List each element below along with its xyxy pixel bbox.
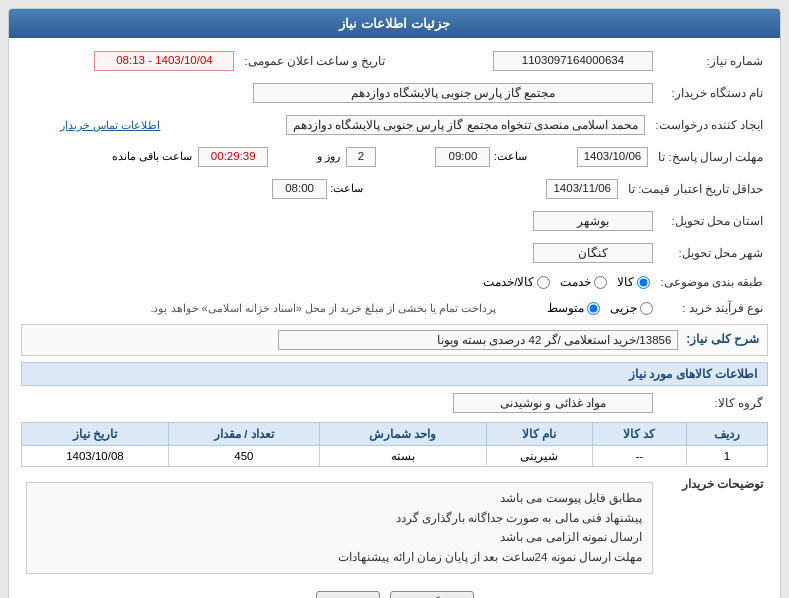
button-row: بازگشت چاپ: [21, 591, 768, 598]
cell-name: شیرینی: [486, 446, 592, 467]
date-value: 1403/10/04 - 08:13: [94, 51, 234, 71]
page-header: جزئیات اطلاعات نیاز: [9, 9, 780, 38]
city-label: شهر محل تحویل:: [658, 240, 768, 266]
response-date: 1403/10/06: [577, 147, 649, 167]
response-countdown: 00:29:39: [198, 147, 268, 167]
date-label: تاریخ و ساعت اعلان عمومی:: [239, 48, 390, 74]
col-date: تاریخ نیاز: [22, 423, 169, 446]
city-value: کنگان: [533, 243, 653, 263]
needs-desc-section: شرح کلی نیاز: 13856/خرید استعلامی /گر 42…: [21, 324, 768, 356]
purchase-type-label: نوع فرآیند خرید :: [658, 298, 768, 318]
print-button[interactable]: چاپ: [316, 591, 380, 598]
buyer-label: نام دستگاه خریدار:: [658, 80, 768, 106]
response-deadline-label: مهلت ارسال پاسخ: تا: [653, 144, 768, 170]
price-time: 08:00: [272, 179, 327, 199]
col-name: نام کالا: [486, 423, 592, 446]
category-label: طبقه بندی موضوعی:: [655, 272, 768, 292]
purchase-type-jozi[interactable]: جزیی: [610, 301, 653, 315]
price-deadline-label: حداقل تاریخ اعتبار قیمت: تا: [623, 176, 768, 202]
needs-desc-label: شرح کلی نیاز:: [686, 332, 759, 346]
price-time-label: ساعت:: [330, 182, 363, 194]
purchase-type-motavaset[interactable]: متوسط: [547, 301, 600, 315]
goods-group-label: گروه کالا:: [658, 390, 768, 416]
goods-group-value: مواد غذائی و نوشیدنی: [453, 393, 653, 413]
category-option-khedmat[interactable]: خدمت: [560, 275, 607, 289]
page-title: جزئیات اطلاعات نیاز: [339, 16, 449, 31]
notes-content: مطابق فایل پیوست می باشدپیشنهاد فنی مالی…: [26, 482, 653, 574]
buyer-value: مجتمع گاز پارس جنوبی پالایشگاه دوازدهم: [253, 83, 653, 103]
response-days: 2: [346, 147, 376, 167]
col-qty: تعداد / مقدار: [168, 423, 319, 446]
back-button[interactable]: بازگشت: [390, 591, 474, 598]
countdown-label: ساعت باقی مانده: [112, 150, 192, 162]
goods-table: ردیف کد کالا نام کالا واحد شمارش تعداد /…: [21, 422, 768, 467]
category-option-kala[interactable]: کالا: [617, 275, 650, 289]
response-time-label: ساعت:: [494, 150, 527, 162]
purchase-note: پرداخت تمام یا بخشی از مبلغ خرید از محل …: [21, 298, 501, 318]
cell-quantity: 450: [168, 446, 319, 467]
response-days-label: روز و: [317, 150, 340, 162]
province-label: استان محل تحویل:: [658, 208, 768, 234]
cell-code: --: [592, 446, 686, 467]
cell-unit: بسته: [319, 446, 486, 467]
province-value: بوشهر: [533, 211, 653, 231]
cell-date: 1403/10/08: [22, 446, 169, 467]
table-row: 1--شیرینیبسته4501403/10/08: [22, 446, 768, 467]
need-number-value: 1103097164000634: [493, 51, 653, 71]
cell-row: 1: [686, 446, 767, 467]
col-row: ردیف: [686, 423, 767, 446]
goods-info-title: اطلاعات کالاهای مورد نیاز: [21, 362, 768, 386]
category-option-both[interactable]: کالا/خدمت: [483, 275, 550, 289]
col-unit: واحد شمارش: [319, 423, 486, 446]
response-time: 09:00: [435, 147, 490, 167]
creator-label: ایجاد کننده درخواست:: [650, 112, 768, 138]
price-date: 1403/11/06: [546, 179, 618, 199]
contact-link[interactable]: اطلاعات تماس خریدار: [60, 119, 160, 131]
need-number-label: شماره نیاز:: [658, 48, 768, 74]
needs-desc-value: 13856/خرید استعلامی /گر 42 درصدی بسته وی…: [278, 330, 678, 350]
creator-value: محمد اسلامی منصدی تنخواه مجتمع گاز پارس …: [286, 115, 646, 135]
notes-label: توضیحات خریدار: [658, 473, 768, 583]
col-code: کد کالا: [592, 423, 686, 446]
